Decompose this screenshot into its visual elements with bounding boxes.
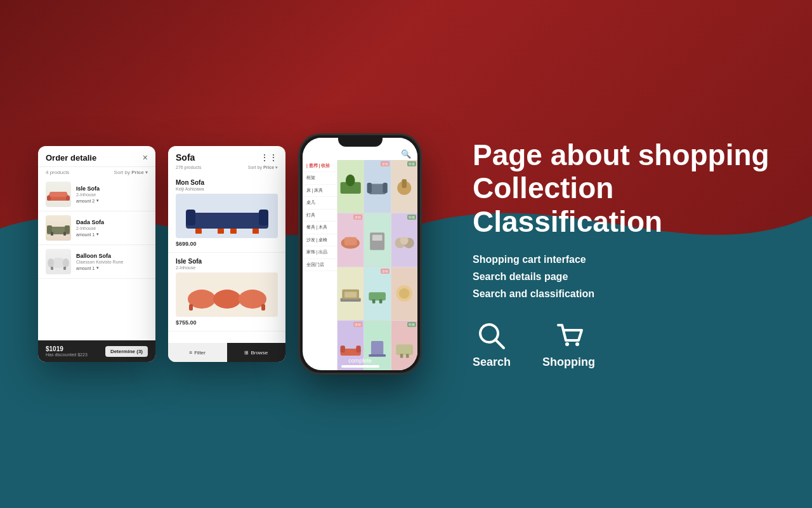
isle-sofa-listing-price: $755.00 [176, 319, 278, 326]
svg-rect-44 [369, 292, 386, 300]
sidebar-item-9[interactable]: 全国门店 [303, 259, 337, 271]
isle-sofa-info: Isle Sofa 2-Inhouse amount 2 ▾ [76, 185, 148, 203]
sofa-listing-item[interactable]: Mon Sofa Keiji Ashizawa $69 [168, 174, 285, 253]
svg-rect-54 [396, 344, 413, 355]
sofa-listing-item[interactable]: Isle Sofa 2-Inhouse $755.00 [168, 253, 285, 331]
sofa-products-count: 276 products [176, 165, 201, 170]
sidebar-item-6[interactable]: 餐具 | 木具 [303, 222, 337, 234]
sidebar-item-5[interactable]: 灯具 [303, 210, 337, 222]
grid-badge: 特惠 [407, 161, 416, 166]
grid-item[interactable] [364, 213, 390, 266]
grid-item[interactable] [337, 160, 363, 213]
determine-button[interactable]: Determine (3) [105, 346, 148, 357]
svg-point-10 [48, 258, 54, 267]
order-total-area: $1019 Has discounted $223 [46, 345, 88, 357]
svg-rect-45 [372, 299, 376, 303]
svg-rect-16 [259, 210, 268, 225]
order-title: Order detalie [46, 153, 96, 163]
sidebar-item-1[interactable]: | 盥栉 | 收拾 [303, 160, 337, 172]
dada-sofa-thumbnail [46, 215, 71, 241]
svg-rect-25 [261, 304, 265, 311]
svg-rect-43 [344, 291, 357, 297]
svg-rect-18 [252, 229, 259, 234]
isle-sofa-listing-image [176, 272, 278, 317]
info-icons: Search Shopping [473, 320, 774, 369]
info-area: Page about shopping Collection Classific… [422, 139, 774, 369]
main-content: Order detalie × 4 products Sort by Price… [0, 0, 812, 508]
svg-rect-32 [402, 179, 406, 188]
sidebar-item-2[interactable]: 框架 [303, 172, 337, 184]
dada-sofa-sub: 2-Inhouse [76, 226, 148, 231]
svg-rect-30 [383, 183, 388, 194]
sofa-title: Sofa [176, 152, 195, 163]
balloon-sofa-name: Balloon Sofa [76, 253, 148, 259]
svg-rect-3 [49, 192, 67, 197]
filter-button[interactable]: ≡ Filter [168, 343, 227, 362]
sofa-screen-wrapper: Sofa ⋮⋮ 276 products Sort by Price ▾ Mon… [168, 146, 285, 362]
order-discount: Has discounted $223 [46, 352, 88, 357]
grid-item[interactable]: 促销 [337, 213, 363, 266]
grid-badge: 特惠 [407, 215, 416, 220]
order-item: Dada Sofa 2-Inhouse amount 1 ▾ [38, 211, 155, 245]
svg-rect-55 [400, 354, 403, 358]
svg-rect-13 [63, 267, 66, 270]
svg-rect-12 [51, 267, 53, 270]
grid-item[interactable] [337, 267, 363, 320]
balloon-sofa-info: Balloon Sofa Claesson Koivisto Rune amou… [76, 253, 148, 271]
balloon-sofa-amount: amount 1 ▾ [76, 265, 148, 271]
sofa-sort: Sort by Price ▾ [248, 165, 278, 170]
filter-label: Filter [194, 350, 206, 356]
phone-sidebar: | 盥栉 | 收拾 框架 床 | 床具 桌几 灯具 餐具 | 木具 沙发 | 桌… [303, 160, 337, 370]
grid-item[interactable]: 特惠 [391, 213, 417, 266]
order-item: Balloon Sofa Claesson Koivisto Rune amou… [38, 245, 155, 279]
phone-mockup: 🔍 | 盥栉 | 收拾 框架 床 | 床具 桌几 灯具 餐具 | 木具 沙发 |… [298, 133, 422, 375]
sidebar-item-7[interactable]: 沙发 | 桌椅 [303, 234, 337, 246]
grid-item[interactable]: 促销 [364, 267, 390, 320]
svg-point-48 [399, 288, 410, 298]
order-screen-wrapper: Order detalie × 4 products Sort by Price… [38, 146, 155, 362]
sidebar-item-8[interactable]: 家饰 | 出品 [303, 246, 337, 258]
grid-item[interactable] [391, 267, 417, 320]
browse-icon: ⊞ [244, 350, 249, 356]
mon-sofa-image [176, 194, 278, 238]
sidebar-item-3[interactable]: 床 | 床具 [303, 185, 337, 197]
svg-point-11 [63, 258, 69, 267]
grid-badge: 促销 [381, 161, 390, 166]
grid-badge: 促销 [353, 215, 362, 220]
close-icon[interactable]: × [143, 152, 148, 163]
mon-sofa-maker: Keiji Ashizawa [176, 187, 278, 191]
svg-rect-50 [341, 345, 345, 352]
info-feature-3: Search and classification [473, 285, 774, 302]
svg-point-27 [346, 175, 355, 186]
isle-sofa-thumbnail [46, 182, 71, 207]
filter-icon: ≡ [190, 350, 193, 356]
svg-point-22 [213, 290, 241, 309]
svg-rect-8 [63, 232, 66, 236]
grid-item[interactable]: 特惠 [391, 321, 417, 370]
dada-sofa-info: Dada Sofa 2-Inhouse amount 1 ▾ [76, 219, 148, 237]
sidebar-item-4[interactable]: 桌几 [303, 197, 337, 209]
svg-rect-17 [195, 229, 202, 234]
phone-body: 🔍 | 盥栉 | 收拾 框架 床 | 床具 桌几 灯具 餐具 | 木具 沙发 |… [298, 133, 422, 375]
phone-home-indicator [341, 365, 379, 368]
grid-badge: 特惠 [407, 322, 416, 327]
browse-button[interactable]: ⊞ Browse [227, 343, 286, 362]
phone-search-icon[interactable]: 🔍 [401, 149, 411, 159]
info-feature-2: Search details page [473, 268, 774, 285]
svg-rect-14 [186, 213, 268, 229]
info-feature-1: Shopping cart interface [473, 251, 774, 268]
info-heading-1: Page about shopping [473, 139, 774, 171]
order-total-price: $1019 [46, 345, 88, 352]
order-meta: 4 products Sort by Price ▾ [38, 167, 155, 178]
svg-rect-19 [218, 229, 224, 234]
grid-item[interactable]: 特惠 [391, 160, 417, 213]
screens-area: Order detalie × 4 products Sort by Price… [38, 133, 422, 375]
search-icon [476, 320, 508, 352]
order-screen: Order detalie × 4 products Sort by Price… [38, 146, 155, 362]
shopping-label: Shopping [542, 356, 595, 369]
grid-item[interactable]: 促销 [364, 160, 390, 213]
grid-icon[interactable]: ⋮⋮ [260, 152, 278, 163]
svg-rect-52 [371, 341, 383, 356]
svg-rect-46 [379, 299, 383, 303]
svg-point-59 [565, 342, 569, 346]
